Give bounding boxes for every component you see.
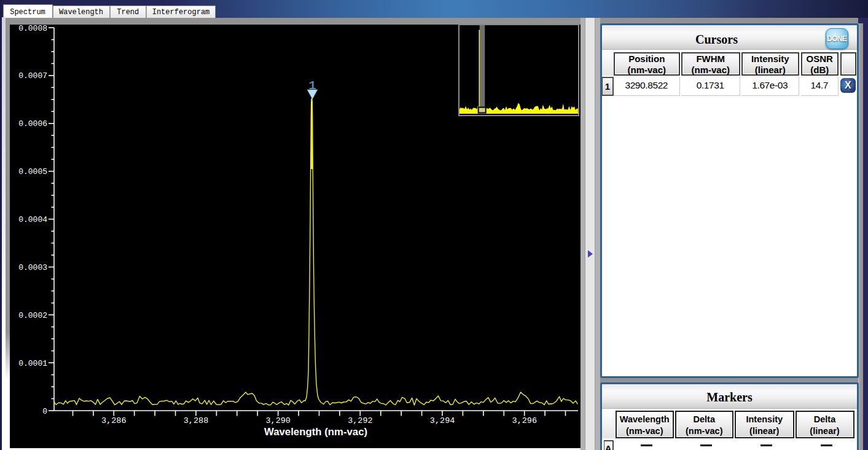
svg-text:0: 0 — [42, 407, 47, 416]
svg-text:Wavelength (nm-vac): Wavelength (nm-vac) — [264, 426, 367, 438]
svg-text:3,288: 3,288 — [184, 416, 209, 425]
svg-text:0.0004: 0.0004 — [18, 215, 47, 224]
svg-text:0.0005: 0.0005 — [18, 167, 47, 176]
svg-text:1: 1 — [308, 79, 316, 93]
svg-text:0.0008: 0.0008 — [18, 25, 47, 33]
svg-text:0.0007: 0.0007 — [18, 71, 47, 81]
svg-text:0.0002: 0.0002 — [18, 311, 47, 320]
svg-text:0.0006: 0.0006 — [18, 119, 47, 128]
svg-text:3,290: 3,290 — [265, 416, 291, 425]
svg-text:3,296: 3,296 — [512, 416, 538, 425]
svg-text:0.0003: 0.0003 — [18, 263, 47, 272]
svg-text:3,286: 3,286 — [101, 416, 127, 425]
svg-text:0.0001: 0.0001 — [18, 359, 47, 368]
svg-text:3,292: 3,292 — [348, 416, 373, 425]
svg-text:3,294: 3,294 — [430, 416, 455, 425]
